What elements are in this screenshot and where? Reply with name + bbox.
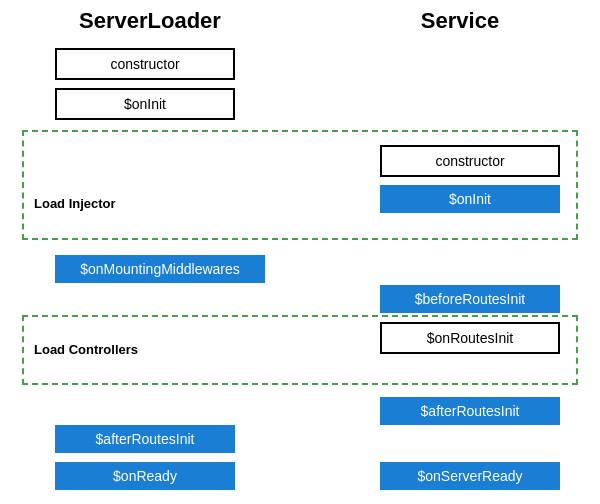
service-title: Service bbox=[360, 8, 560, 34]
serverloader-onready: $onReady bbox=[55, 462, 235, 490]
load-controllers-label: Load Controllers bbox=[34, 342, 138, 357]
serverloader-title: ServerLoader bbox=[30, 8, 270, 34]
service-onserverready: $onServerReady bbox=[380, 462, 560, 490]
diagram: ServerLoader Service constructor $onInit… bbox=[0, 0, 600, 504]
service-afterroutesinit: $afterRoutesInit bbox=[380, 397, 560, 425]
serverloader-constructor: constructor bbox=[55, 48, 235, 80]
service-oninit: $onInit bbox=[380, 185, 560, 213]
service-beforeroutesinit: $beforeRoutesInit bbox=[380, 285, 560, 313]
service-constructor: constructor bbox=[380, 145, 560, 177]
service-onroutesinit: $onRoutesInit bbox=[380, 322, 560, 354]
load-injector-label: Load Injector bbox=[34, 196, 116, 211]
serverloader-onmountingmiddlewares: $onMountingMiddlewares bbox=[55, 255, 265, 283]
serverloader-oninit: $onInit bbox=[55, 88, 235, 120]
serverloader-afterroutesinit: $afterRoutesInit bbox=[55, 425, 235, 453]
